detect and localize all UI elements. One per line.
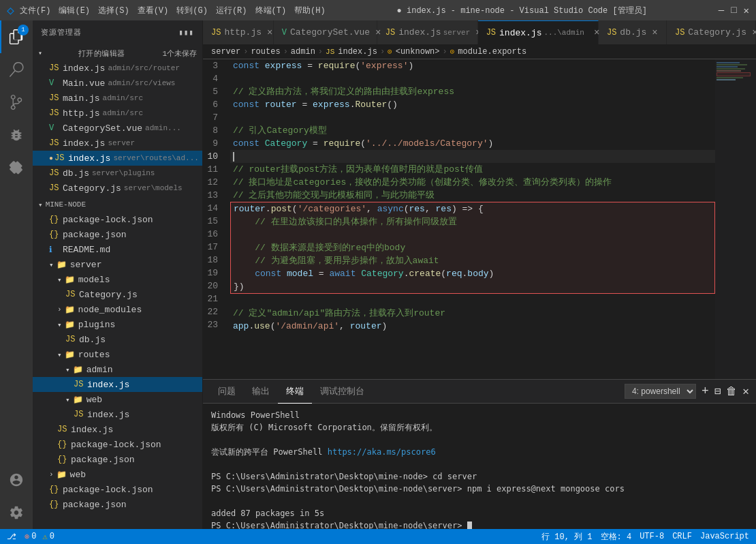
code-line-18: // 为避免阻塞，要用异步操作，故加入await [231, 254, 714, 267]
tree-server-package-json[interactable]: {} package.json [33, 452, 202, 467]
menu-file[interactable]: 文件(F) [20, 5, 51, 16]
panel-add-icon[interactable]: + [702, 384, 709, 398]
tree-web-root-folder[interactable]: › 📁 web [33, 467, 202, 482]
tree-admin-index-js[interactable]: JS index.js [33, 377, 202, 392]
menu-goto[interactable]: 转到(G) [176, 5, 208, 16]
shell-selector[interactable]: 4: powershell [625, 384, 696, 399]
tree-server-package-lock[interactable]: {} package-lock.json [33, 437, 202, 452]
open-editors-header[interactable]: ▾ 打开的编辑器 1个未保存 [33, 46, 202, 61]
code-editor[interactable]: 3 4 5 6 7 8 9 10 11 12 13 14 15 16 17 18 [203, 59, 756, 379]
open-file-main-js[interactable]: JS main.js admin/src [33, 91, 202, 106]
menu-terminal[interactable]: 终端(T) [255, 5, 287, 16]
tab-categoryset-vue[interactable]: V CategorySet.vue × [274, 20, 377, 44]
panel-trash-icon[interactable]: 🗑 [726, 385, 737, 398]
open-file-categoryset[interactable]: V CategorySet.vue admin... [33, 121, 202, 136]
status-cursor-position[interactable]: 行 10, 列 1 [541, 531, 592, 543]
close-button[interactable]: ✕ [744, 5, 749, 16]
activity-account[interactable] [0, 464, 33, 496]
status-git[interactable]: ⎇ [7, 532, 16, 542]
tab-close-icon[interactable]: × [752, 27, 756, 38]
tab-index-server[interactable]: JS index.js server × [377, 20, 478, 44]
menu-help[interactable]: 帮助(H) [294, 5, 326, 16]
activity-debug[interactable] [0, 119, 33, 151]
open-file-category[interactable]: JS Category.js server\models [33, 181, 202, 196]
breadcrumb-part-unknown[interactable]: <unknown> [396, 47, 440, 57]
breadcrumb-part-admin[interactable]: admin [291, 47, 315, 57]
menu-run[interactable]: 运行(R) [216, 5, 247, 16]
code-line-10 [230, 150, 715, 163]
token-op: = [302, 59, 317, 72]
breadcrumb-part-module-exports[interactable]: module.exports [458, 47, 526, 57]
tree-web-folder[interactable]: ▾ 📁 web [33, 392, 202, 407]
panel-tab-problems[interactable]: 问题 [210, 380, 244, 404]
activity-settings[interactable] [0, 496, 33, 529]
maximize-button[interactable]: □ [731, 5, 736, 16]
tree-admin-folder[interactable]: ▾ 📁 admin [33, 362, 202, 377]
terminal-cmd: npm i express@next mongoose cors [467, 484, 625, 494]
status-indentation[interactable]: 空格: 4 [601, 531, 632, 543]
status-line-ending[interactable]: CRLF [672, 532, 692, 541]
tree-web-index-js[interactable]: JS index.js [33, 407, 202, 422]
activity-extensions[interactable] [0, 151, 33, 184]
panel-tab-output[interactable]: 输出 [244, 380, 278, 404]
tab-close-icon[interactable]: × [652, 27, 657, 38]
open-file-main-vue[interactable]: V Main.vue admin/src/views [33, 76, 202, 91]
open-file-db[interactable]: JS db.js server\plugins [33, 166, 202, 181]
open-file-index-router[interactable]: JS index.js admin/src/router [33, 61, 202, 76]
js-file-icon: JS [65, 290, 76, 299]
menu-select[interactable]: 选择(S) [98, 5, 129, 16]
sidebar-header-actions[interactable]: ▮▮▮ [178, 28, 194, 37]
tab-close-icon[interactable]: × [267, 27, 272, 38]
token-comment: // router挂载post方法，因为表单传值时用的就是post传值 [233, 163, 483, 176]
tree-readme[interactable]: ℹ README.md [33, 242, 202, 257]
tree-routes-folder[interactable]: ▾ 📁 routes [33, 347, 202, 362]
open-file-index-server[interactable]: JS index.js server [33, 136, 202, 151]
tab-http-js[interactable]: JS http.js × [203, 20, 274, 44]
panel-tab-terminal[interactable]: 终端 [278, 380, 312, 404]
terminal-content[interactable]: Windows PowerShell 版权所有 (C) Microsoft Co… [203, 404, 756, 529]
tree-package-lock[interactable]: {} package-lock.json [33, 212, 202, 227]
status-encoding[interactable]: UTF-8 [640, 532, 664, 541]
menu-bar[interactable]: 文件(F) 编辑(E) 选择(S) 查看(V) 转到(G) 运行(R) 终端(T… [20, 5, 326, 16]
js-file-icon: JS [49, 93, 60, 103]
activity-search[interactable] [0, 53, 33, 86]
tree-root-package-lock[interactable]: {} package-lock.json [33, 482, 202, 497]
tree-server-index-js[interactable]: JS index.js [33, 422, 202, 437]
tree-package-json[interactable]: {} package.json [33, 227, 202, 242]
tree-root-package-json[interactable]: {} package.json [33, 497, 202, 512]
breadcrumb-part-server[interactable]: server [211, 47, 240, 57]
window-controls[interactable]: — □ ✕ [719, 5, 749, 16]
open-file-index-admin[interactable]: ● JS index.js server\routes\ad... [33, 151, 202, 166]
new-file-icon[interactable]: ▮▮▮ [178, 28, 194, 37]
menu-edit[interactable]: 编辑(E) [59, 5, 90, 16]
open-file-http-js[interactable]: JS http.js admin/src [33, 106, 202, 121]
sidebar-header: 资源管理器 ▮▮▮ [33, 20, 202, 44]
minimize-button[interactable]: — [719, 5, 724, 16]
tab-vue-icon: V [282, 28, 287, 37]
tree-plugins-folder[interactable]: ▾ 📁 plugins [33, 317, 202, 332]
breadcrumb-part-index[interactable]: index.js [338, 47, 377, 57]
open-editors-collapse-icon[interactable]: ▾ [38, 49, 42, 57]
tree-db-js[interactable]: JS db.js [33, 332, 202, 347]
activity-scm[interactable] [0, 86, 33, 119]
tree-node-modules[interactable]: › 📁 node_modules [33, 302, 202, 317]
status-language[interactable]: JavaScript [700, 532, 749, 541]
project-tree-label[interactable]: ▾ MINE-NODE [33, 197, 202, 212]
menu-view[interactable]: 查看(V) [138, 5, 169, 16]
cursor-pos-label: 行 10, 列 1 [541, 531, 592, 543]
panel-tab-debug-console[interactable]: 调试控制台 [312, 380, 373, 404]
activity-explorer[interactable]: 1 [0, 20, 33, 53]
status-errors[interactable]: ⊗ 0 ⚠ 0 [25, 532, 54, 542]
panel-split-icon[interactable]: ⊟ [714, 384, 721, 398]
md-file-icon: ℹ [49, 245, 60, 255]
tree-models-folder[interactable]: ▾ 📁 models [33, 272, 202, 287]
tree-server-folder[interactable]: ▾ 📁 server [33, 257, 202, 272]
tab-db-js[interactable]: JS db.js × [599, 20, 667, 44]
status-right: 行 10, 列 1 空格: 4 UTF-8 CRLF JavaScript [541, 531, 749, 543]
tree-category-js[interactable]: JS Category.js [33, 287, 202, 302]
tab-index-admin[interactable]: JS index.js ...\admin × [478, 20, 599, 44]
breadcrumb-part-routes[interactable]: routes [251, 47, 280, 57]
warning-count: 0 [50, 532, 54, 541]
panel-close-icon[interactable]: ✕ [742, 384, 749, 398]
tab-category-js[interactable]: JS Category.js × [667, 20, 756, 44]
